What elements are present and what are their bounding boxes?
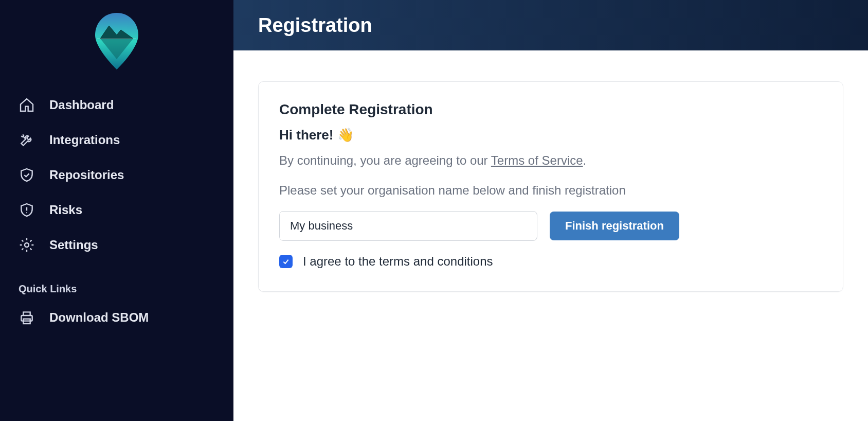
sidebar: Dashboard Integrations Repositories (0, 0, 233, 421)
organisation-name-input[interactable] (279, 211, 537, 241)
content: Complete Registration Hi there! 👋 By con… (233, 50, 868, 421)
sidebar-item-settings[interactable]: Settings (0, 227, 233, 262)
sidebar-item-label: Dashboard (49, 98, 114, 112)
sidebar-item-risks[interactable]: Risks (0, 192, 233, 227)
sidebar-item-download-sbom[interactable]: Download SBOM (0, 300, 233, 335)
form-row: Finish registration (279, 211, 822, 241)
sidebar-item-integrations[interactable]: Integrations (0, 122, 233, 157)
instruction-text: Please set your organisation name below … (279, 183, 822, 198)
gear-icon (19, 237, 35, 253)
quick-links-header: Quick Links (0, 262, 233, 300)
logo-container (0, 5, 233, 87)
page-title: Registration (258, 14, 372, 37)
check-icon (282, 257, 290, 266)
agreement-suffix: . (583, 153, 587, 167)
home-icon (19, 97, 35, 113)
svg-point-2 (26, 212, 27, 213)
agreement-text: By continuing, you are agreeing to our T… (279, 153, 822, 168)
main: Registration Complete Registration Hi th… (233, 0, 868, 421)
nav-items: Dashboard Integrations Repositories (0, 87, 233, 262)
checkbox-label: I agree to the terms and conditions (303, 254, 493, 269)
shield-alert-icon (19, 202, 35, 218)
tools-icon (19, 132, 35, 148)
app-logo-icon (91, 10, 142, 72)
card-title: Complete Registration (279, 101, 822, 118)
sidebar-item-label: Integrations (49, 133, 120, 147)
sidebar-item-label: Settings (49, 238, 98, 252)
sidebar-item-repositories[interactable]: Repositories (0, 157, 233, 192)
sidebar-item-dashboard[interactable]: Dashboard (0, 87, 233, 122)
printer-icon (19, 309, 35, 326)
sidebar-item-label: Repositories (49, 168, 124, 182)
checkbox-row: I agree to the terms and conditions (279, 254, 822, 269)
shield-check-icon (19, 167, 35, 183)
sidebar-item-label: Download SBOM (49, 310, 149, 325)
finish-registration-button[interactable]: Finish registration (550, 212, 679, 240)
terms-of-service-link[interactable]: Terms of Service (491, 153, 583, 167)
agree-terms-checkbox[interactable] (279, 255, 293, 268)
sidebar-item-label: Risks (49, 203, 82, 217)
svg-point-3 (25, 243, 29, 247)
agreement-prefix: By continuing, you are agreeing to our (279, 153, 491, 167)
registration-card: Complete Registration Hi there! 👋 By con… (258, 81, 843, 292)
page-header: Registration (233, 0, 868, 50)
greeting: Hi there! 👋 (279, 127, 822, 143)
